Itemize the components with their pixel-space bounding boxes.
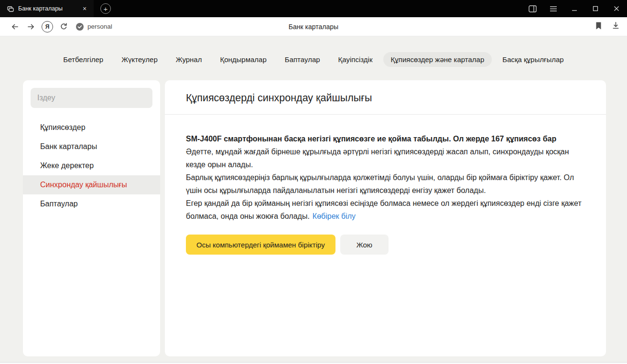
maximize-button[interactable] xyxy=(585,0,606,17)
profile-chip[interactable]: personal xyxy=(76,22,112,31)
conflict-paragraph-2: Барлық құпиясөздеріңіз барлық құрылғылар… xyxy=(186,171,585,197)
search-input[interactable] xyxy=(31,88,152,108)
window-titlebar: Банк карталары × + xyxy=(0,0,627,17)
forward-icon[interactable] xyxy=(23,19,39,35)
nav-tab-passwords-and-cards[interactable]: Құпиясөздер және карталар xyxy=(383,52,492,67)
profile-chip-label: personal xyxy=(87,23,112,30)
side-panel-icon[interactable] xyxy=(522,0,543,17)
sidebar-item-settings[interactable]: Баптаулар xyxy=(23,194,160,214)
sidebar-item-personal-data[interactable]: Жеке деректер xyxy=(23,156,160,175)
browser-toolbar: Я personal Банк карталары xyxy=(0,17,627,36)
nav-tab-settings[interactable]: Баптаулар xyxy=(277,52,328,67)
nav-tab-history[interactable]: Журнал xyxy=(168,52,210,67)
sidebar-item-sync-conflict[interactable]: Синхрондау қайшылығы xyxy=(23,175,160,194)
conflict-paragraph-1: Әдетте, мұндай жағдай бірнеше құрылғыда … xyxy=(186,145,585,171)
back-icon[interactable] xyxy=(7,19,23,35)
nav-tab-bookmarks[interactable]: Бетбелгілер xyxy=(55,52,111,67)
bookmark-icon[interactable] xyxy=(595,21,603,32)
yandex-logo-icon[interactable]: Я xyxy=(42,21,53,32)
settings-page: Бетбелгілер Жүктеулер Журнал Қондырмалар… xyxy=(0,36,627,364)
action-buttons: Осы компьютердегі қоймамен біріктіру Жою xyxy=(186,235,585,255)
nav-tab-security[interactable]: Қауіпсіздік xyxy=(331,52,380,67)
passwords-sidebar: Құпиясөздер Банк карталары Жеке деректер… xyxy=(23,80,160,356)
sidebar-item-bank-cards[interactable]: Банк карталары xyxy=(23,137,160,156)
conflict-paragraph-3: Егер қандай да бір қойманың негізгі құпи… xyxy=(186,197,585,223)
panel-title: Құпиясөздерді синхрондау қайшылығы xyxy=(165,80,606,114)
sidebar-item-passwords[interactable]: Құпиясөздер xyxy=(23,118,160,137)
minimize-button[interactable] xyxy=(564,0,585,17)
merge-vault-button[interactable]: Осы компьютердегі қоймамен біріктіру xyxy=(186,235,335,255)
sync-conflict-panel: Құпиясөздерді синхрондау қайшылығы SM-J4… xyxy=(165,80,606,356)
learn-more-link[interactable]: Көбірек білу xyxy=(313,212,356,220)
conflict-heading: SM-J400F смартфонынан басқа негізгі құпи… xyxy=(186,132,585,145)
nav-tab-extensions[interactable]: Қондырмалар xyxy=(212,52,274,67)
tabs-menu-icon[interactable] xyxy=(543,0,564,17)
new-tab-button[interactable]: + xyxy=(100,3,111,14)
reload-icon[interactable] xyxy=(55,19,72,35)
tab-close-icon[interactable]: × xyxy=(80,4,89,13)
nav-tab-other-devices[interactable]: Басқа құрылғылар xyxy=(495,52,571,67)
browser-tab[interactable]: Банк карталары × xyxy=(0,0,94,17)
delete-vault-button[interactable]: Жою xyxy=(340,235,389,255)
protect-icon xyxy=(76,22,84,31)
window-bottom-edge xyxy=(0,362,627,364)
tab-favicon-icon xyxy=(7,5,14,12)
sidebar-list: Құпиясөздер Банк карталары Жеке деректер… xyxy=(23,118,160,214)
downloads-icon[interactable] xyxy=(611,21,620,32)
close-window-button[interactable] xyxy=(606,0,627,17)
nav-tab-downloads[interactable]: Жүктеулер xyxy=(114,52,165,67)
tab-title: Банк карталары xyxy=(18,5,76,12)
settings-section-nav: Бетбелгілер Жүктеулер Журнал Қондырмалар… xyxy=(0,52,627,67)
